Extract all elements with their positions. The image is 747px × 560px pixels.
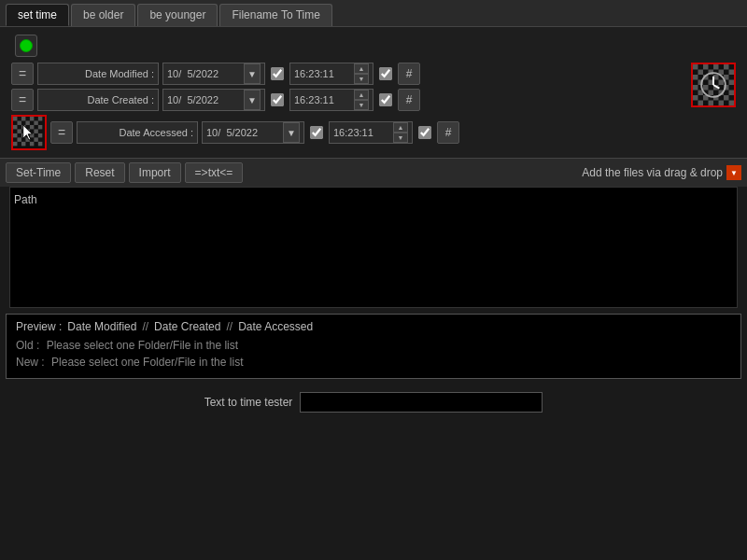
tab-be-younger[interactable]: be younger bbox=[137, 4, 218, 26]
svg-rect-30 bbox=[713, 64, 719, 70]
date-accessed-checkbox2[interactable] bbox=[416, 124, 433, 141]
date-created-check1[interactable] bbox=[271, 93, 284, 106]
svg-rect-14 bbox=[34, 129, 37, 133]
tester-area: Text to time tester bbox=[0, 385, 747, 420]
preview-area: Preview : Date Modified // Date Created … bbox=[6, 314, 741, 379]
tab-set-time[interactable]: set time bbox=[6, 4, 69, 26]
time-created-down[interactable]: ▼ bbox=[354, 100, 369, 110]
preview-date-modified: Date Modified bbox=[67, 320, 136, 333]
svg-rect-11 bbox=[38, 125, 42, 129]
date-created-input[interactable]: ▼ bbox=[162, 89, 265, 111]
date-modified-text[interactable] bbox=[167, 68, 244, 79]
tab-filename-to-time[interactable]: Filename To Time bbox=[219, 4, 331, 26]
top-right-icon bbox=[691, 63, 736, 107]
preview-old-label: Old : bbox=[16, 339, 39, 352]
date-modified-hash-button[interactable]: # bbox=[398, 63, 420, 85]
date-accessed-icon bbox=[11, 115, 47, 150]
svg-rect-5 bbox=[17, 120, 21, 124]
time-accessed-down[interactable]: ▼ bbox=[393, 133, 408, 143]
date-rows: = Date Modified : ▼ ▲ bbox=[11, 63, 684, 150]
date-modified-input[interactable]: ▼ bbox=[162, 63, 265, 85]
time-created-spin: ▲ ▼ bbox=[354, 90, 369, 110]
svg-rect-23 bbox=[21, 142, 25, 146]
svg-rect-57 bbox=[709, 101, 714, 106]
date-accessed-row: = Date Accessed : ▼ ▲ bbox=[11, 115, 684, 150]
date-modified-label: Date Modified : bbox=[37, 63, 159, 85]
preview-date-created: Date Created bbox=[154, 320, 220, 333]
date-accessed-checkbox1[interactable] bbox=[308, 124, 325, 141]
svg-rect-21 bbox=[34, 137, 37, 141]
svg-rect-55 bbox=[724, 95, 729, 101]
date-modified-calendar-button[interactable]: ▼ bbox=[244, 63, 261, 84]
time-modified-down[interactable]: ▼ bbox=[354, 74, 369, 84]
date-created-row: = Date Created : ▼ ▲ bbox=[11, 89, 684, 111]
date-created-text[interactable] bbox=[167, 94, 244, 105]
drag-drop-text: Add the files via drag & drop bbox=[582, 166, 723, 179]
svg-rect-2 bbox=[21, 117, 25, 120]
preview-old-row: Old : Please select one Folder/File in t… bbox=[16, 339, 731, 352]
svg-rect-10 bbox=[30, 125, 34, 129]
date-accessed-text[interactable] bbox=[206, 127, 283, 138]
time-created-text[interactable] bbox=[290, 94, 354, 105]
svg-rect-8 bbox=[13, 125, 17, 129]
date-accessed-calendar-button[interactable]: ▼ bbox=[283, 122, 300, 143]
svg-rect-4 bbox=[38, 117, 42, 120]
preview-header: Preview : Date Modified // Date Created … bbox=[16, 320, 731, 333]
date-created-calendar-button[interactable]: ▼ bbox=[244, 90, 261, 110]
svg-rect-12 bbox=[17, 129, 21, 133]
svg-rect-28 bbox=[693, 64, 698, 70]
time-modified-text[interactable] bbox=[290, 68, 354, 79]
eq-modified-button[interactable]: = bbox=[11, 63, 34, 85]
date-created-hash-button[interactable]: # bbox=[398, 89, 420, 111]
reset-button[interactable]: Reset bbox=[75, 162, 124, 183]
path-header: Path bbox=[14, 191, 733, 208]
time-modified-up[interactable]: ▲ bbox=[354, 63, 369, 74]
tab-bar: set time be older be younger Filename To… bbox=[0, 0, 747, 27]
eq-created-button[interactable]: = bbox=[11, 89, 34, 111]
txt-button[interactable]: =>txt<= bbox=[185, 162, 244, 183]
file-list-container: Path bbox=[4, 187, 743, 308]
time-created-input[interactable]: ▲ ▼ bbox=[289, 89, 374, 111]
preview-date-accessed: Date Accessed bbox=[238, 320, 313, 333]
svg-rect-7 bbox=[34, 120, 37, 124]
preview-old-value: Please select one Folder/File in the lis… bbox=[47, 339, 238, 352]
svg-rect-59 bbox=[729, 101, 735, 106]
tester-input[interactable] bbox=[300, 392, 543, 413]
set-time-button[interactable]: Set-Time bbox=[6, 162, 71, 183]
date-accessed-hash-button[interactable]: # bbox=[437, 121, 459, 144]
tester-label: Text to time tester bbox=[204, 396, 293, 409]
preview-new-label: New : bbox=[16, 356, 45, 369]
date-accessed-check2[interactable] bbox=[418, 126, 431, 139]
drag-drop-dropdown[interactable]: ▼ bbox=[726, 165, 741, 180]
time-accessed-up[interactable]: ▲ bbox=[393, 122, 408, 133]
date-modified-row: = Date Modified : ▼ ▲ bbox=[11, 63, 684, 85]
time-accessed-input[interactable]: ▲ ▼ bbox=[329, 121, 413, 144]
svg-rect-52 bbox=[693, 95, 698, 101]
date-modified-check1[interactable] bbox=[271, 67, 284, 80]
green-toggle-button[interactable] bbox=[15, 35, 37, 57]
svg-rect-6 bbox=[25, 120, 29, 124]
svg-rect-15 bbox=[13, 133, 17, 137]
date-modified-check2[interactable] bbox=[379, 67, 392, 80]
date-accessed-label: Date Accessed : bbox=[77, 121, 198, 144]
date-rows-wrapper: = Date Modified : ▼ ▲ bbox=[7, 63, 740, 150]
file-list[interactable]: Path bbox=[9, 187, 738, 308]
date-accessed-check1[interactable] bbox=[310, 126, 323, 139]
tab-be-older[interactable]: be older bbox=[71, 4, 135, 26]
date-modified-checkbox2[interactable] bbox=[377, 65, 394, 82]
date-accessed-input[interactable]: ▼ bbox=[202, 121, 304, 144]
preview-label: Preview : bbox=[16, 320, 62, 333]
svg-rect-42 bbox=[719, 80, 725, 86]
green-dot-indicator bbox=[20, 39, 33, 52]
time-created-up[interactable]: ▲ bbox=[354, 90, 369, 100]
time-modified-input[interactable]: ▲ ▼ bbox=[289, 63, 374, 85]
eq-accessed-button[interactable]: = bbox=[50, 121, 73, 144]
date-modified-checkbox1[interactable] bbox=[269, 65, 286, 82]
time-accessed-text[interactable] bbox=[330, 127, 393, 138]
import-button[interactable]: Import bbox=[129, 162, 181, 183]
date-created-check2[interactable] bbox=[379, 93, 392, 106]
date-created-checkbox1[interactable] bbox=[269, 91, 286, 108]
svg-rect-56 bbox=[698, 101, 704, 106]
svg-rect-24 bbox=[30, 142, 34, 146]
date-created-checkbox2[interactable] bbox=[377, 91, 394, 108]
